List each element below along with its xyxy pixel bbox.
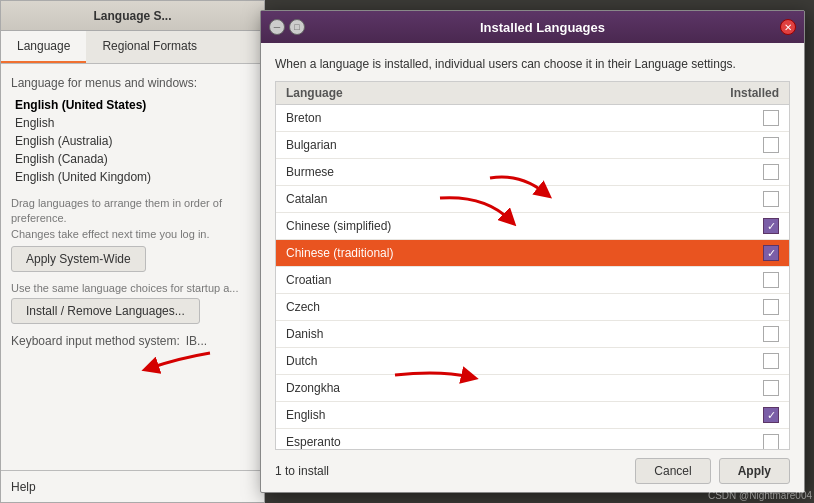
- lang-name: Chinese (simplified): [286, 219, 391, 233]
- maximize-button[interactable]: □: [289, 19, 305, 35]
- bg-section-label: Language for menus and windows:: [11, 76, 254, 90]
- lang-checkbox[interactable]: [763, 245, 779, 261]
- lang-checkbox[interactable]: [763, 434, 779, 450]
- bg-lang-item-en-ca[interactable]: English (Canada): [11, 150, 254, 168]
- bg-lang-item-en-us[interactable]: English (United States): [11, 96, 254, 114]
- keyboard-value: IB...: [186, 334, 207, 348]
- lang-checkbox[interactable]: [763, 110, 779, 126]
- table-header: Language Installed: [276, 82, 789, 105]
- lang-checkbox[interactable]: [763, 353, 779, 369]
- lang-name: Croatian: [286, 273, 331, 287]
- lang-checkbox[interactable]: [763, 137, 779, 153]
- cancel-button[interactable]: Cancel: [635, 458, 710, 484]
- lang-checkbox[interactable]: [763, 218, 779, 234]
- lang-name: Dutch: [286, 354, 317, 368]
- col-language: Language: [286, 86, 343, 100]
- bg-keyboard-row: Keyboard input method system: IB...: [11, 334, 254, 348]
- table-row[interactable]: Catalan: [276, 186, 789, 213]
- lang-checkbox[interactable]: [763, 326, 779, 342]
- lang-name: Bulgarian: [286, 138, 337, 152]
- watermark: CSDN @Nightmare004: [708, 490, 812, 501]
- help-button[interactable]: Help: [11, 480, 36, 494]
- dialog-description: When a language is installed, individual…: [261, 43, 804, 81]
- tab-language[interactable]: Language: [1, 31, 86, 63]
- dialog-footer: 1 to install Cancel Apply: [261, 450, 804, 492]
- minimize-button[interactable]: ─: [269, 19, 285, 35]
- table-row[interactable]: Esperanto: [276, 429, 789, 450]
- table-row[interactable]: English: [276, 402, 789, 429]
- dialog-controls: ─ □: [269, 19, 305, 35]
- lang-name: Burmese: [286, 165, 334, 179]
- table-row[interactable]: Burmese: [276, 159, 789, 186]
- lang-name: Breton: [286, 111, 321, 125]
- bg-footer: Help: [1, 470, 264, 502]
- lang-name: Dzongkha: [286, 381, 340, 395]
- dialog-titlebar: ─ □ Installed Languages ✕: [261, 11, 804, 43]
- bg-lang-item-en-gb[interactable]: English (United Kingdom): [11, 168, 254, 186]
- bg-content: Language for menus and windows: English …: [1, 64, 264, 370]
- system-wide-hint: Use the same language choices for startu…: [11, 282, 254, 294]
- keyboard-label: Keyboard input method system:: [11, 334, 180, 348]
- bg-drag-hint: Drag languages to arrange them in order …: [11, 196, 254, 242]
- table-row[interactable]: Czech: [276, 294, 789, 321]
- dialog-actions: Cancel Apply: [635, 458, 790, 484]
- apply-button[interactable]: Apply: [719, 458, 790, 484]
- bg-lang-list: English (United States) English English …: [11, 96, 254, 186]
- lang-name: Czech: [286, 300, 320, 314]
- lang-checkbox[interactable]: [763, 299, 779, 315]
- lang-checkbox[interactable]: [763, 164, 779, 180]
- table-row[interactable]: Dutch: [276, 348, 789, 375]
- lang-name: Catalan: [286, 192, 327, 206]
- install-remove-button[interactable]: Install / Remove Languages...: [11, 298, 200, 324]
- table-row[interactable]: Breton: [276, 105, 789, 132]
- installed-languages-dialog: ─ □ Installed Languages ✕ When a languag…: [260, 10, 805, 493]
- lang-checkbox[interactable]: [763, 380, 779, 396]
- language-rows: BretonBulgarianBurmeseCatalanChinese (si…: [276, 105, 789, 450]
- lang-checkbox[interactable]: [763, 407, 779, 423]
- table-row[interactable]: Dzongkha: [276, 375, 789, 402]
- lang-checkbox[interactable]: [763, 272, 779, 288]
- bg-lang-item-en[interactable]: English: [11, 114, 254, 132]
- bg-titlebar: Language S...: [1, 1, 264, 31]
- lang-name: Chinese (traditional): [286, 246, 393, 260]
- lang-name: Esperanto: [286, 435, 341, 449]
- bg-lang-item-en-au[interactable]: English (Australia): [11, 132, 254, 150]
- close-button[interactable]: ✕: [780, 19, 796, 35]
- col-installed: Installed: [730, 86, 779, 100]
- bg-window-title: Language S...: [93, 9, 171, 23]
- dialog-title: Installed Languages: [305, 20, 780, 35]
- background-window: Language S... Language Regional Formats …: [0, 0, 265, 503]
- dialog-body: Language Installed BretonBulgarianBurmes…: [261, 81, 804, 450]
- bg-tabs: Language Regional Formats: [1, 31, 264, 64]
- lang-checkbox[interactable]: [763, 191, 779, 207]
- lang-name: Danish: [286, 327, 323, 341]
- table-row[interactable]: Danish: [276, 321, 789, 348]
- apply-system-wide-button[interactable]: Apply System-Wide: [11, 246, 146, 272]
- tab-regional-formats[interactable]: Regional Formats: [86, 31, 213, 63]
- to-install-label: 1 to install: [275, 464, 329, 478]
- language-table[interactable]: Language Installed BretonBulgarianBurmes…: [275, 81, 790, 450]
- table-row[interactable]: Chinese (simplified): [276, 213, 789, 240]
- lang-name: English: [286, 408, 325, 422]
- table-row[interactable]: Croatian: [276, 267, 789, 294]
- table-row[interactable]: Chinese (traditional): [276, 240, 789, 267]
- table-row[interactable]: Bulgarian: [276, 132, 789, 159]
